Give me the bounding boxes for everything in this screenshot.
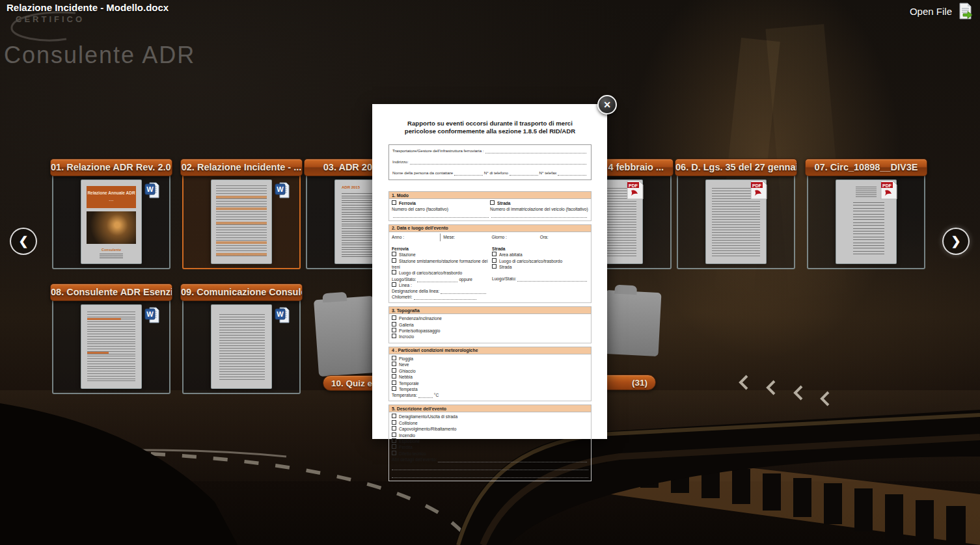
document-thumbnail: [81, 304, 142, 389]
text-lines: [853, 202, 884, 256]
form-section-modo: 1. Modo Ferrovia Numero del carro (facol…: [388, 191, 592, 221]
checkbox[interactable]: [392, 356, 396, 360]
document-page: Rapporto su eventi occorsi durante il tr…: [388, 120, 592, 439]
folder-icon: [602, 290, 661, 356]
section-header: 1. Modo: [388, 191, 592, 198]
cover-title: ADR 2015: [342, 185, 360, 189]
document-thumbnail: Relazione Annuale ADR ▪ ▪ ▪ Consulente: [81, 179, 142, 264]
app-window: Relazione Incidente - Modello.docx CERTI…: [0, 0, 980, 545]
checkbox[interactable]: [392, 451, 396, 455]
cover-subtitle-lines: ▪ ▪ ▪: [87, 199, 136, 202]
pdf-file-icon: PDF: [626, 179, 644, 200]
word-file-icon: W: [144, 181, 160, 199]
open-file-button[interactable]: Open File: [910, 3, 973, 20]
section-header: 3. Topografia: [388, 306, 592, 313]
section-header: 2. Data e luogo dell'evento: [388, 224, 592, 232]
document-card-07[interactable]: 07. Circ_10898__DIV3E PDF: [807, 163, 925, 269]
logo-text: CERTIFICO: [16, 14, 85, 24]
checkbox[interactable]: [392, 374, 396, 379]
app-title: Consulente ADR: [4, 42, 195, 69]
checkbox[interactable]: [392, 414, 396, 418]
text-lines: [219, 314, 265, 380]
checkbox[interactable]: [392, 362, 396, 366]
checkbox[interactable]: [392, 315, 396, 320]
checkbox[interactable]: [392, 200, 396, 205]
text-lines: [87, 312, 135, 382]
card-title-banner: 07. Circ_10898__DIV3E: [805, 159, 927, 176]
cover-footer-lines: [100, 254, 123, 259]
svg-text:PDF: PDF: [629, 183, 638, 188]
checkbox[interactable]: [392, 420, 396, 425]
document-preview-modal: ✕ Rapporto su eventi occorsi durante il …: [372, 104, 607, 439]
svg-text:W: W: [146, 185, 154, 193]
form-section-meteo: 4 . Particolari condizioni meteorologich…: [388, 347, 592, 401]
letterhead-emblem: [856, 187, 877, 197]
section-header: 4 . Particolari condizioni meteorologich…: [388, 347, 592, 354]
form-section-descrizione: 5. Descrizione dell'evento Deragliamento…: [388, 405, 592, 481]
section-header: 5. Descrizione dell'evento: [388, 405, 592, 412]
checkbox[interactable]: [490, 200, 495, 205]
checkbox[interactable]: [392, 368, 396, 373]
checkbox[interactable]: [392, 252, 396, 256]
card-title-banner: 06. D. Lgs. 35 del 27 gennaio ...: [675, 159, 797, 176]
checkbox[interactable]: [392, 334, 396, 338]
checkbox[interactable]: [492, 258, 497, 263]
folder-icon: [314, 296, 379, 377]
form-section-data-luogo: 2. Data e luogo dell'evento Anno : Mese:…: [388, 224, 592, 303]
document-card-08[interactable]: 08. Consulente ADR Esenzion... W: [52, 287, 170, 394]
carousel-next-button[interactable]: ❯: [942, 228, 970, 255]
document-card-02-selected[interactable]: 02. Relazione Incidente - ... W: [182, 163, 301, 269]
checkbox[interactable]: [392, 322, 396, 326]
pdf-file-icon: PDF: [880, 179, 898, 200]
pdf-file-icon: PDF: [750, 179, 768, 200]
card-title-banner: 02. Relazione Incidente - ...: [180, 159, 303, 176]
checkbox[interactable]: [392, 380, 396, 385]
svg-text:W: W: [277, 185, 284, 193]
cover-brand: Consulente: [81, 248, 141, 252]
checkbox[interactable]: [392, 438, 396, 443]
checkbox[interactable]: [392, 328, 396, 332]
checkbox[interactable]: [492, 252, 497, 256]
document-card-01[interactable]: 01. Relazione ADR Rev. 2.0 ... Relazione…: [52, 163, 170, 269]
document-thumbnail: [211, 179, 272, 264]
certifico-logo: CERTIFICO: [4, 9, 128, 46]
contact-box: Trasportatore/Gestore dell'infrastruttur…: [388, 144, 592, 180]
document-card-06[interactable]: 06. D. Lgs. 35 del 27 gennaio ... PDF: [677, 163, 795, 269]
word-file-icon: W: [144, 306, 160, 324]
svg-text:W: W: [146, 310, 154, 318]
checkbox[interactable]: [392, 258, 396, 263]
document-title: Rapporto su eventi occorsi durante il tr…: [388, 120, 592, 135]
checkbox[interactable]: [392, 270, 396, 274]
open-file-icon: [958, 3, 973, 20]
close-button[interactable]: ✕: [597, 95, 617, 114]
checkbox[interactable]: [392, 386, 396, 391]
document-thumbnail: [211, 304, 272, 389]
svg-text:W: W: [277, 310, 284, 318]
checkbox[interactable]: [392, 432, 396, 437]
close-icon: ✕: [603, 100, 611, 110]
document-card-09[interactable]: 09. Comunicazione Consulen... W: [182, 287, 301, 394]
card-title-banner: 08. Consulente ADR Esenzion...: [50, 284, 172, 301]
svg-text:PDF: PDF: [752, 183, 762, 188]
mini-form-preview: [216, 185, 267, 258]
word-file-icon: W: [275, 306, 290, 324]
carousel-prev-button[interactable]: ❮: [10, 228, 37, 255]
card-title-banner: 09. Comunicazione Consulen...: [180, 284, 303, 301]
checkbox[interactable]: [492, 264, 497, 269]
cover-photo: [87, 211, 136, 244]
chevron-right-icon: ❯: [951, 234, 960, 248]
checkbox[interactable]: [392, 282, 396, 287]
form-section-topografia: 3. Topografia Pendenza/inclinazione Gall…: [388, 306, 592, 343]
cover-title: Relazione Annuale ADR ▪ ▪ ▪: [87, 186, 136, 208]
word-file-icon: W: [275, 181, 290, 199]
checkbox[interactable]: [392, 426, 396, 431]
chevron-left-icon: ❮: [18, 234, 28, 248]
checkbox[interactable]: [392, 444, 396, 449]
card-title-banner: 01. Relazione ADR Rev. 2.0 ...: [50, 159, 172, 176]
open-file-label: Open File: [910, 6, 952, 17]
svg-text:PDF: PDF: [882, 183, 892, 188]
